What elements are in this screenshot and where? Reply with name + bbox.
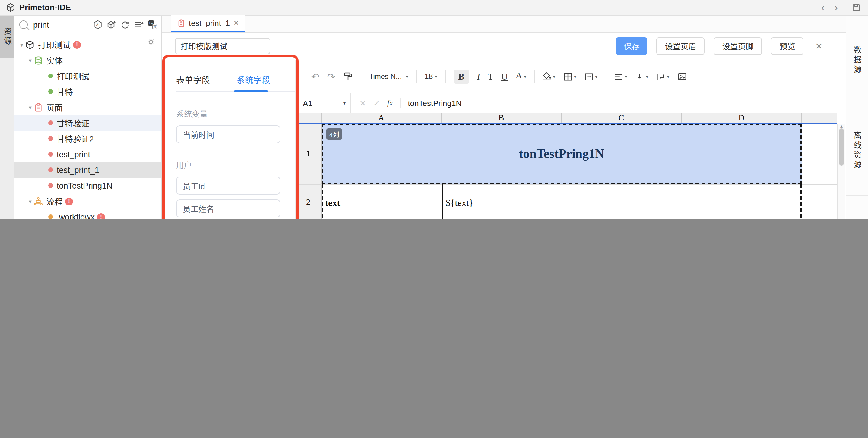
- translate-icon[interactable]: En 文: [148, 20, 157, 30]
- tree-item-page[interactable]: test_print: [14, 146, 161, 162]
- nav-back-icon[interactable]: ‹: [821, 0, 825, 16]
- ai-assistant-icon[interactable]: AI: [93, 20, 102, 30]
- vertical-scrollbar[interactable]: ▴ ▾: [837, 124, 845, 219]
- undo-icon[interactable]: ↶: [311, 71, 319, 82]
- set-page-footer-button[interactable]: 设置页脚: [714, 37, 762, 55]
- insert-image-button[interactable]: [677, 72, 687, 81]
- field-chip-employee-name[interactable]: 员工姓名: [176, 199, 280, 217]
- close-editor-icon[interactable]: ✕: [815, 41, 823, 52]
- rail-tab-resources[interactable]: 资源: [0, 16, 14, 58]
- vertical-align-button[interactable]: ▾: [635, 72, 648, 81]
- corner-header[interactable]: [296, 113, 321, 124]
- chevron-down-icon: ▾: [667, 74, 669, 79]
- chevron-down-icon: ▾: [406, 74, 408, 79]
- tree-item-page-selected[interactable]: test_print_1: [14, 162, 161, 178]
- refresh-icon[interactable]: [121, 20, 130, 29]
- chevron-down-icon: ▾: [595, 74, 597, 79]
- fields-panel: 表单字段 系统字段 系统变量 当前时间 用户 员工Id 员工姓名 员工编码 用户…: [162, 60, 296, 219]
- tree-item-page[interactable]: 甘特验证: [14, 115, 161, 131]
- search-input[interactable]: [32, 20, 89, 30]
- column-header-B[interactable]: B: [441, 113, 562, 124]
- editor-tab-bar: test_print_1 ✕: [162, 16, 846, 33]
- new-module-icon[interactable]: [107, 20, 116, 30]
- tab-form-fields[interactable]: 表单字段: [176, 73, 210, 91]
- fill-color-button[interactable]: ▾: [542, 72, 555, 81]
- chevron-down-icon: ▾: [553, 74, 555, 79]
- save-window-icon[interactable]: [852, 3, 861, 12]
- set-page-header-button[interactable]: 设置页眉: [657, 37, 705, 55]
- selected-merged-cell-A1[interactable]: 4列 tonTestPring1N: [321, 124, 802, 184]
- chevron-down-icon[interactable]: ▾: [27, 104, 34, 110]
- cancel-formula-icon[interactable]: ✕: [360, 99, 366, 107]
- tree-item-entity[interactable]: 打印测试: [14, 68, 161, 84]
- confirm-formula-icon[interactable]: ✓: [373, 99, 380, 107]
- database-icon: [34, 56, 43, 65]
- italic-button[interactable]: I: [477, 71, 480, 81]
- vertical-scroll-thumb[interactable]: [839, 128, 844, 166]
- save-button[interactable]: 保存: [616, 37, 648, 55]
- tree-group-entity[interactable]: ▾ 实体: [14, 53, 161, 68]
- tree-item-page[interactable]: 甘特验证2: [14, 131, 161, 146]
- tree-item-entity[interactable]: 甘特: [14, 84, 161, 99]
- print-area-dashed-border: [801, 184, 802, 219]
- underline-button[interactable]: U: [501, 71, 508, 81]
- font-color-button[interactable]: A ▾: [516, 70, 527, 83]
- flow-icon: [34, 197, 43, 206]
- field-chip-current-time[interactable]: 当前时间: [176, 125, 280, 143]
- close-tab-icon[interactable]: ✕: [234, 19, 239, 27]
- bold-button[interactable]: B: [454, 70, 469, 83]
- rail-tab-offline-resources[interactable]: 离线资源: [846, 105, 868, 196]
- horizontal-align-button[interactable]: ▾: [614, 72, 627, 81]
- editor-tab-test_print_1[interactable]: test_print_1 ✕: [171, 15, 245, 32]
- preview-button[interactable]: 预览: [771, 37, 804, 55]
- column-header-D[interactable]: D: [682, 113, 802, 124]
- tree-item-module[interactable]: ▾ 打印测试 !: [14, 37, 161, 53]
- rail-tab-data-source[interactable]: 数据源: [846, 16, 868, 105]
- editor-header: 保存 设置页眉 设置页脚 预览 ✕: [162, 33, 846, 60]
- row-header-2[interactable]: 2: [296, 184, 321, 219]
- template-name-input[interactable]: [175, 38, 270, 54]
- tree-item-flow[interactable]: .workflowx !: [14, 209, 161, 219]
- font-size-select[interactable]: 18 ▾: [425, 72, 437, 81]
- tab-system-fields[interactable]: 系统字段: [237, 73, 270, 91]
- column-header-C[interactable]: C: [562, 113, 682, 124]
- clipboard-icon: [34, 103, 43, 112]
- rail-tab-third-party-services[interactable]: 三方服务: [846, 196, 868, 219]
- cell-reference-box[interactable]: A1 ▾: [296, 93, 351, 113]
- tab-underline: [176, 91, 295, 92]
- tree-item-page[interactable]: tonTestPring1N: [14, 178, 161, 193]
- entity-dot-icon: [48, 89, 53, 94]
- cell-B2[interactable]: ${text}: [446, 184, 558, 219]
- row-header-1[interactable]: 1: [296, 124, 321, 184]
- chevron-down-icon: ▾: [625, 74, 627, 79]
- app-title: Primeton-IDE: [19, 3, 71, 12]
- formula-value[interactable]: tonTestPring1N: [408, 99, 461, 107]
- entity-dot-icon: [48, 73, 53, 78]
- tree-group-pages[interactable]: ▾ 页面: [14, 99, 161, 115]
- chevron-down-icon[interactable]: ▾: [18, 41, 25, 48]
- format-painter-icon[interactable]: [343, 72, 353, 81]
- chevron-down-icon: ▾: [574, 74, 576, 79]
- editor-tab-label: test_print_1: [189, 19, 230, 27]
- strikethrough-button[interactable]: T: [488, 71, 493, 81]
- column-header-extra: [802, 113, 837, 124]
- app-logo-icon: [6, 3, 15, 12]
- section-title-user: 用户: [176, 159, 280, 170]
- cell-A2[interactable]: text: [325, 184, 437, 219]
- tree-group-flow[interactable]: ▾ 流程 !: [14, 193, 161, 209]
- borders-button[interactable]: ▾: [563, 72, 576, 81]
- field-chip-employee-id[interactable]: 员工Id: [176, 176, 280, 195]
- column-header-A[interactable]: A: [321, 113, 441, 124]
- text-wrap-button[interactable]: ▾: [656, 72, 669, 81]
- chevron-down-icon[interactable]: ▾: [27, 198, 34, 205]
- sheet-grid[interactable]: A B C D 1 2 3 4 5 6: [296, 113, 846, 219]
- nav-forward-icon[interactable]: ›: [835, 0, 838, 16]
- fx-icon: fx: [387, 98, 401, 108]
- page-dot-icon: [48, 152, 53, 157]
- sort-list-icon[interactable]: [134, 20, 144, 30]
- chevron-down-icon: ▾: [435, 74, 437, 79]
- merge-cells-button[interactable]: ▾: [584, 72, 597, 81]
- redo-icon[interactable]: ↷: [327, 71, 335, 82]
- font-family-select[interactable]: Times N... ▾: [369, 72, 408, 81]
- chevron-down-icon[interactable]: ▾: [27, 57, 34, 64]
